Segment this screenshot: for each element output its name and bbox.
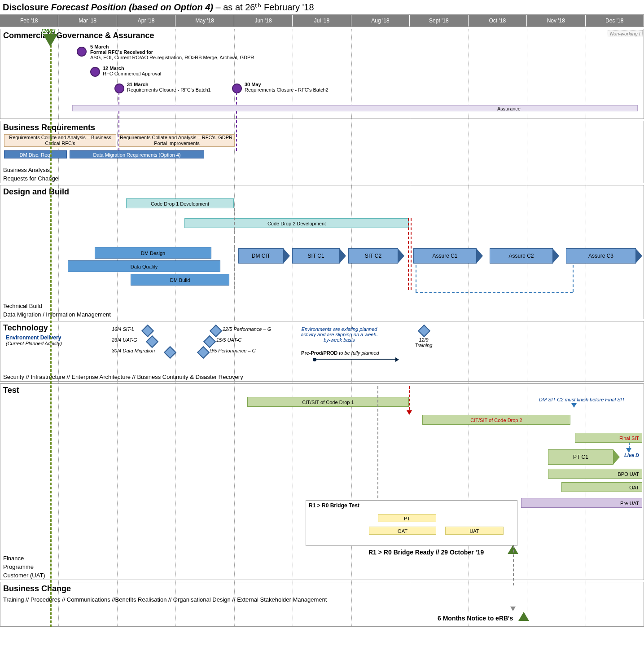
- triangle-milestone-icon: [518, 612, 529, 621]
- milestone-desc: ASG, FOI, Current RO/AO Re-registration,…: [90, 55, 254, 60]
- arrowhead-icon: [571, 403, 577, 408]
- swimlane-footer: Finance: [0, 554, 644, 563]
- milestone-date: 12 March: [103, 66, 161, 71]
- month-cell: Oct '18: [469, 15, 527, 26]
- milestone-icon: [232, 84, 242, 93]
- swimlane-footer: Programme: [0, 563, 644, 571]
- today-line: [50, 29, 52, 627]
- dependency-line: [408, 218, 409, 290]
- box-heading: R1 > R0 Bridge Test: [306, 501, 517, 510]
- swimlane-footer: Customer (UAT): [0, 571, 644, 580]
- task-bar: OAT: [561, 482, 642, 492]
- milestone-label: 31 March Requirements Closure - RFC's Ba…: [127, 82, 211, 92]
- month-cell: Aug '18: [351, 15, 410, 26]
- swimlane-change: Business Change Training // Procedures /…: [0, 582, 644, 627]
- swimlane-heading: Test: [0, 384, 644, 397]
- dependency-line: [573, 265, 574, 292]
- annotation-text: to be fully planned: [337, 350, 379, 356]
- diamond-label: 22/5 Performance – G: [223, 326, 271, 332]
- swimlane-footer: Technical Build: [0, 302, 644, 310]
- today-marker-icon: [43, 34, 57, 47]
- swimlane-footer: Requests for Change: [0, 174, 644, 183]
- diamond-milestone-icon: [203, 335, 216, 348]
- swimlane-heading: Design and Build: [0, 185, 644, 198]
- title-main: Forecast Position (based on Option 4): [51, 2, 213, 12]
- milestone-icon: [114, 84, 124, 93]
- diamond-label: 23/4 UAT-G: [112, 337, 137, 343]
- milestone-label: 30 May Requirements Closure - RFC's Batc…: [245, 82, 329, 92]
- arrowhead-icon: [626, 448, 631, 453]
- month-cell: Nov '18: [527, 15, 585, 26]
- dependency-line: [416, 265, 416, 292]
- phase-arrow: PT C1: [548, 450, 620, 464]
- annotation: Environments are existing planned activi…: [292, 326, 386, 343]
- milestone-title: Formal RFC's Received for: [90, 49, 254, 55]
- annotation-bold: Pre-Prod/PROD: [301, 350, 337, 356]
- task-bar: Final SIT: [575, 433, 642, 443]
- swimlane-technology: Technology Environment Delivery (Current…: [0, 321, 644, 382]
- month-cell: Mar '18: [58, 15, 117, 26]
- dependency-line: [416, 292, 573, 293]
- month-cell: Sept '18: [410, 15, 468, 26]
- milestone-text: R1 > R0 Bridge Ready // 29 October '19: [368, 549, 484, 556]
- dependency-line: [234, 208, 235, 289]
- swimlane-footer: Training // Procedures // Communications…: [0, 595, 644, 604]
- dependency-line: [513, 545, 514, 585]
- milestone-icon: [90, 67, 100, 77]
- task-bar: UAT: [445, 527, 504, 535]
- phase-label: SIT C2: [348, 248, 398, 264]
- diamond-text: Training: [412, 343, 436, 348]
- task-bar: Requirements Collate and Analysis – Busi…: [4, 134, 116, 147]
- phase-arrow: SIT C1: [292, 249, 346, 263]
- month-cell: Jun '18: [234, 15, 293, 26]
- month-cell: Jul '18: [293, 15, 351, 26]
- task-bar: CIT/SIT of Code Drop 2: [422, 415, 570, 425]
- arrowhead-icon: [407, 410, 412, 415]
- task-bar: PT: [378, 514, 436, 522]
- task-bar: Code Drop 1 Development: [126, 198, 234, 208]
- diamond-milestone-icon: [418, 325, 430, 337]
- milestone-date: 5 March: [90, 44, 254, 49]
- month-header: Feb '18 Mar '18 Apr '18 May '18 Jun '18 …: [0, 14, 644, 27]
- task-bar: DM Design: [95, 247, 211, 259]
- annotation: Pre-Prod/PROD to be fully planned: [301, 350, 379, 356]
- diamond-milestone-icon: [197, 346, 210, 359]
- milestone-label: 12 March RFC Commercial Approval: [103, 66, 161, 76]
- swimlane-commercial: Non-working t Commercial / Governance & …: [0, 29, 644, 119]
- milestone-label: 5 March Formal RFC's Received for ASG, F…: [90, 44, 254, 60]
- title-prefix: Disclosure: [3, 2, 48, 12]
- task-bar: Code Drop 2 Development: [184, 218, 409, 228]
- milestone-title: Requirements Closure - RFC's Batch1: [127, 87, 211, 92]
- page-title: Disclosure Forecast Position (based on O…: [0, 0, 644, 14]
- month-cell: Dec '18: [586, 15, 644, 26]
- milestone-title: Requirements Closure - RFC's Batch2: [245, 87, 329, 92]
- diamond-label: 16/4 SIT-L: [112, 326, 134, 332]
- phase-label: Assure C3: [566, 248, 636, 264]
- task-bar: DM Build: [131, 274, 229, 286]
- milestone-icon: [77, 47, 87, 57]
- task-bar: CIT/SIT of Code Drop 1: [247, 397, 409, 407]
- swimlane-footer: Business Analysis: [0, 166, 644, 174]
- annotation: DM SIT C2 must finish before Final SIT: [539, 397, 625, 402]
- annotation-line: Environments are existing planned: [292, 326, 386, 332]
- annotation-line: by-week basis: [292, 337, 386, 343]
- swimlane-heading: Commercial / Governance & Assurance: [0, 29, 644, 42]
- dependency-line: [409, 386, 410, 414]
- phase-arrow: Assure C1: [413, 249, 483, 263]
- phase-arrow: SIT C2: [348, 249, 404, 263]
- nonworking-note: Non-working t: [608, 30, 643, 37]
- swimlane-test: Test CIT/SIT of Code Drop 1 CIT/SIT of C…: [0, 383, 644, 580]
- swimlane-footer: Security // Infrastructure // Enterprise…: [0, 373, 644, 381]
- milestone-date: 30 May: [245, 82, 329, 87]
- month-cell: Feb '18: [0, 15, 58, 26]
- assurance-bar: Assurance: [72, 105, 638, 111]
- dependency-line: [377, 386, 378, 516]
- milestone-title: RFC Commercial Approval: [103, 71, 161, 76]
- arrowhead-icon: [510, 607, 516, 611]
- phase-label: DM CIT: [238, 248, 284, 264]
- diamond-label: 15/5 UAT-C: [216, 337, 241, 343]
- swimlane-design: Design and Build Code Drop 1 Development…: [0, 185, 644, 319]
- swimlane-footer: Data Migration / Information Management: [0, 310, 644, 319]
- bridge-test-box: R1 > R0 Bridge Test PT OAT UAT: [306, 500, 517, 546]
- diamond-label: 12/9 Training: [412, 337, 436, 348]
